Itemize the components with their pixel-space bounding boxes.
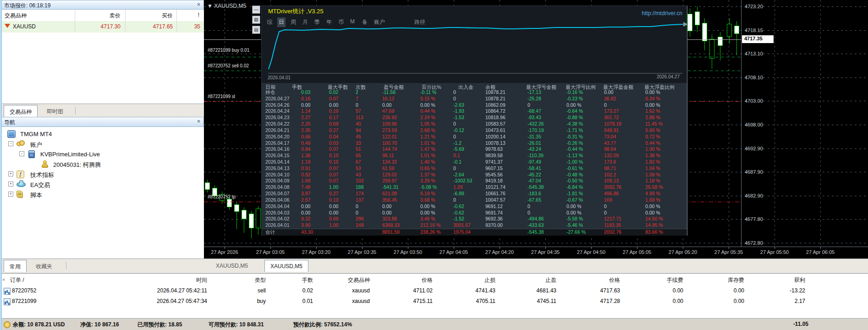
stats-cell: 73.04	[604, 134, 616, 139]
order-cell: 4715.11	[413, 298, 433, 304]
stats-cell: 2026.04.10	[265, 172, 290, 177]
gridline-v	[225, 0, 225, 247]
chart-area: ▼ XAUUSD,M5 #87221099 buy 0.01#87220752 …	[204, 0, 868, 258]
candle-body	[695, 11, 700, 25]
chart-tab-active[interactable]: XAUUSD,M5	[264, 260, 308, 272]
stats-cell: 0	[356, 204, 358, 209]
chart-object-button[interactable]: ▤	[252, 26, 260, 34]
stats-cell: 169	[604, 197, 612, 203]
order-cell: 0.01	[302, 298, 313, 304]
sidebar-item-script[interactable]: +脚本	[2, 190, 204, 199]
stats-cell: 1.82 %	[645, 159, 660, 165]
price-tick-label: 4703.00	[745, 98, 763, 104]
tab-common[interactable]: 常用	[4, 260, 27, 272]
stats-cell: 43.77	[604, 140, 616, 146]
stats-cell: 0.00	[382, 210, 391, 215]
stats-cell: -31.35	[527, 134, 541, 139]
chart-object-button[interactable]: —	[252, 6, 260, 14]
column-buy[interactable]: 买价	[162, 12, 173, 20]
stats-cell: 1.00 %	[645, 146, 660, 152]
stats-cell: 2	[356, 89, 358, 95]
terminal-close-icon[interactable]: ×	[2, 277, 5, 282]
close-icon[interactable]: ×	[195, 118, 202, 125]
order-cell: 2.17	[795, 298, 805, 304]
platform-icon	[7, 130, 16, 138]
stats-cell: 0	[604, 210, 607, 215]
stats-cell: 9741.37	[485, 159, 503, 165]
candle-body	[256, 209, 261, 228]
stats-cell: 621.08	[382, 191, 397, 196]
sidebar-item-ea[interactable]: +EA交易	[2, 180, 204, 189]
sidebar-item-platform[interactable]: TMGM MT4	[2, 129, 204, 138]
market-watch-tabbar: 交易品种 即时图	[2, 104, 204, 118]
stats-row: 2026.04.062.570.10137356.453.68 %010047.…	[262, 197, 687, 204]
stats-cell: 2026.04.07	[265, 191, 290, 196]
stats-cell: 1.04 %	[645, 165, 660, 171]
stats-cell: 0.69	[329, 121, 338, 126]
stats-cell: 0	[604, 102, 607, 108]
expand-toggle[interactable]: +	[8, 192, 13, 197]
symbol-row-xauusd[interactable]: XAUUSD 4717.30 4717.65 35	[2, 21, 204, 33]
order-row[interactable]: 872210992026.04.27 05:47:34buy0.01xauusd…	[0, 296, 868, 307]
time-tick-label: 27 Apr 06:05	[795, 249, 846, 255]
stats-cell: 1.37 %	[420, 172, 435, 177]
stats-cell: 0.10	[329, 159, 338, 165]
chart-tab-inactive[interactable]: XAUUSD,M5	[210, 260, 253, 272]
candle-body	[734, 26, 739, 34]
column-divider	[125, 10, 126, 33]
sidebar-item-user[interactable]: 20045031: 柯腾腾	[2, 160, 204, 169]
sidebar-item-indicator[interactable]: +f技术指标	[2, 170, 204, 179]
time-tick-label: 27 Apr 03:20	[291, 249, 341, 255]
stats-cell: -545.38	[527, 229, 544, 235]
order-row[interactable]: 872207522026.04.27 05:42:11sell0.02xauus…	[0, 286, 868, 296]
stats-cell: 10078.13	[485, 140, 505, 146]
margin-used-text: 已用预付款: 18.85	[137, 321, 182, 329]
stats-cell: 25.58 %	[645, 184, 663, 190]
stats-cell: 9607.15	[485, 165, 503, 171]
tab-favorites[interactable]: 收藏夹	[30, 260, 58, 272]
stats-row: 2026.04.100.820.0743129.021.37 %-2.64954…	[262, 172, 687, 178]
chart-tabbar: XAUUSD,M5 XAUUSD,M5	[204, 258, 868, 274]
sidebar-item-accounts[interactable]: -账户	[2, 139, 204, 148]
stats-cell: 0.07	[329, 172, 338, 177]
column-spread[interactable]: !	[198, 12, 199, 18]
collapse-toggle[interactable]: -	[8, 141, 13, 146]
stats-cell: 合计	[265, 229, 275, 236]
chart-object-button[interactable]: ▧	[252, 16, 260, 24]
expand-toggle[interactable]: +	[8, 171, 13, 176]
stats-cell: -45.22	[527, 172, 541, 177]
stats-cell: -0.67 %	[566, 197, 583, 203]
collapse-toggle[interactable]: -	[19, 151, 24, 156]
stats-cell: 9419.18	[485, 178, 503, 183]
expand-toggle[interactable]: +	[8, 182, 13, 187]
column-symbol[interactable]: 交易品种	[5, 12, 27, 20]
navigator-tabbar: 常用 收藏夹	[2, 258, 204, 274]
stats-cell: 0	[453, 134, 456, 139]
tree-item-label: 账户	[30, 141, 42, 149]
stats-cell: 137	[356, 197, 364, 203]
stats-cell: 174	[356, 191, 364, 196]
stats-cell: 10862.09	[485, 102, 505, 108]
time-tick	[500, 247, 500, 249]
time-tick-label: 27 Apr 05:05	[612, 249, 662, 255]
stats-cell: 0.00	[301, 102, 310, 108]
equity-end-date: 2026.04.27	[657, 74, 680, 79]
stats-cell: 98.71	[604, 165, 616, 171]
stats-row: 2026.04.030.000.0000.000.00 %-0.629691.7…	[262, 210, 687, 216]
price-tick-label: 4718.15	[745, 28, 763, 33]
stats-cell: 0.00 %	[566, 204, 582, 209]
stats-cell: 0.07	[329, 96, 338, 101]
sidebar-item-server[interactable]: -KVBPrimeLimited-Live	[2, 149, 204, 159]
stats-cell: 102	[356, 178, 364, 183]
close-icon[interactable]: ×	[195, 1, 202, 8]
tab-symbols[interactable]: 交易品种	[4, 105, 38, 117]
ea-icon	[16, 182, 26, 187]
stats-cell: 0.07	[329, 165, 338, 171]
stats-row: 2026.04.232.270.17113236.922.24 %-1.5310…	[262, 115, 687, 121]
margin-level-text: 预付款比例: 57652.14%	[293, 321, 352, 329]
column-sell[interactable]: 卖价	[110, 12, 121, 20]
candle-body	[227, 199, 232, 207]
stats-cell: 1.38 %	[645, 153, 660, 158]
stats-cell: 0.00	[329, 102, 338, 108]
tab-tick-chart[interactable]: 即时图	[41, 105, 69, 117]
